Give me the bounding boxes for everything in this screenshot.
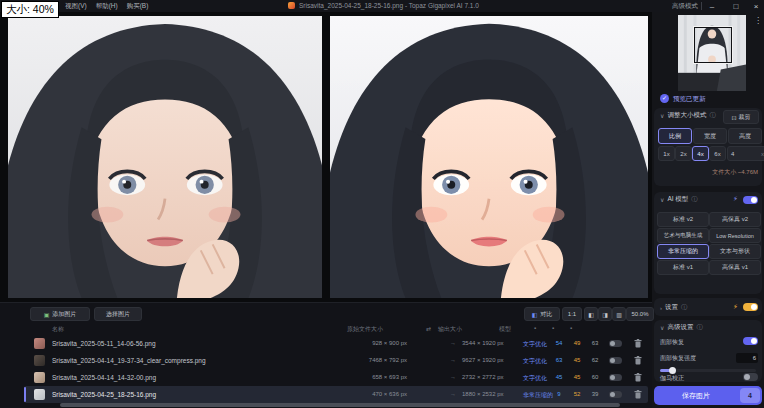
settings-header[interactable]: › 设置 ⓘ	[660, 303, 687, 312]
face-strength-slider[interactable]	[660, 369, 756, 372]
scale-1x-button[interactable]: 1x	[658, 146, 675, 161]
add-images-button[interactable]: ▣ 添加图片	[30, 307, 90, 321]
preview-updated-icon: ✓	[660, 94, 669, 103]
custom-scale-value: 4	[731, 151, 734, 157]
estimated-file-size: 文件大小 ~4.76M	[712, 168, 758, 177]
face-recovery-toggle[interactable]	[743, 337, 758, 345]
denoise-column-icon: ▪	[546, 325, 560, 331]
save-count-badge[interactable]: 4	[740, 388, 760, 403]
col-model: 模型	[499, 325, 511, 334]
advanced-header[interactable]: ∨ 高级设置 ⓘ	[660, 323, 702, 332]
advanced-title: 高级设置	[667, 323, 693, 332]
ai-model-toggle[interactable]	[743, 196, 758, 204]
model-high-fidelity-v2[interactable]: 高保真 v2	[709, 212, 761, 227]
trash-icon[interactable]	[634, 339, 642, 348]
model-text-shapes[interactable]: 文本与形状	[709, 244, 761, 259]
info-icon: ⓘ	[681, 303, 687, 312]
maximize-button[interactable]: □	[728, 0, 744, 12]
file-queue-panel: ▣ 添加图片 选择图片 ◧ 对比 1:1 ◧ ◨ ▥ 50.0% 名称 原始文件…	[0, 302, 652, 408]
save-button-label: 保存图片	[654, 386, 738, 405]
window-title: Srisavita_2025-04-25_18-25-16.png - Topa…	[299, 2, 479, 9]
face-strength-value[interactable]: 6	[736, 353, 758, 363]
side-by-side-view-icon[interactable]: ▥	[612, 307, 626, 321]
slider-thumb[interactable]	[669, 367, 676, 374]
right-sidebar: ⋮ ✓ 预览已更新 ∨ 调整大小模式 ⓘ ⊡ 裁剪 比例 宽度 高度 1x 2x…	[652, 12, 764, 408]
lightning-icon: ⚡	[733, 195, 738, 203]
zoom-percent-button[interactable]: 50.0%	[626, 307, 654, 321]
single-view-icon[interactable]: ◧	[584, 307, 598, 321]
scale-6x-button[interactable]: 6x	[709, 146, 726, 161]
window-title-group: Srisavita_2025-04-25_18-25-16.png - Topa…	[288, 2, 479, 9]
save-images-button[interactable]: 保存图片 4	[654, 386, 762, 405]
compare-icon: ◧	[532, 311, 538, 318]
model-very-compressed[interactable]: 非常压缩的	[657, 244, 709, 259]
trash-icon[interactable]	[634, 390, 642, 399]
arrow-icon: →	[450, 340, 456, 346]
scale-4x-button[interactable]: 4x	[692, 146, 709, 161]
swap-icon: ⇄	[426, 325, 431, 332]
chevron-down-icon: ∨	[660, 112, 664, 119]
titlebar-divider	[701, 2, 702, 10]
model-standard-v1[interactable]: 标准 v1	[657, 260, 709, 275]
file-row[interactable]: Srisavita_2025-04-14_19-37-34_clear_comp…	[24, 352, 648, 369]
trash-icon[interactable]	[634, 356, 642, 365]
close-button[interactable]: ×	[748, 0, 764, 12]
chevron-down-icon: ∨	[660, 196, 664, 203]
crop-button[interactable]: ⊡ 裁剪	[723, 110, 759, 124]
tab-scale[interactable]: 比例	[658, 128, 692, 144]
navigator-viewport-rect[interactable]	[694, 27, 732, 63]
arrow-icon: →	[450, 374, 456, 380]
menu-help[interactable]: 帮助(H)	[96, 2, 118, 11]
model-art-cg[interactable]: 艺术与电脑生成	[657, 228, 709, 243]
select-images-button[interactable]: 选择图片	[94, 307, 142, 321]
minimize-button[interactable]: –	[704, 0, 720, 12]
horizontal-scrollbar[interactable]	[60, 403, 620, 407]
file-row[interactable]: Srisavita_2025-05-11_14-06-56.png 928 × …	[24, 335, 648, 352]
row-toggle[interactable]	[609, 357, 622, 364]
scale-2x-button[interactable]: 2x	[675, 146, 692, 161]
preview-updated-label: 预览已更新	[673, 95, 706, 104]
settings-section: › 设置 ⓘ ⚡	[654, 298, 762, 316]
compare-view-button[interactable]: ◧ 对比	[524, 307, 560, 321]
comparison-canvas	[0, 12, 652, 302]
model-high-fidelity-v1[interactable]: 高保真 v1	[709, 260, 761, 275]
topaz-logo-icon	[288, 2, 295, 9]
face-strength-label: 面部恢复强度	[660, 354, 696, 363]
file-row[interactable]: Srisavita_2025-04-14_14-32-00.png 658 × …	[24, 369, 648, 386]
chevron-right-icon: ›	[660, 305, 662, 311]
ai-model-section: ∨ AI 模型 ⓘ ⚡ 标准 v2 高保真 v2 艺术与电脑生成 Low Res…	[654, 192, 762, 294]
menu-view[interactable]: 视图(V)	[65, 2, 87, 11]
face-recovery-label: 面部恢复	[660, 338, 684, 347]
after-image-pane[interactable]	[330, 16, 648, 298]
settings-toggle[interactable]	[743, 303, 758, 311]
tab-height[interactable]: 高度	[728, 128, 762, 144]
ellipsis-icon[interactable]: ⋮	[754, 16, 762, 25]
gigapixel-window: 文件(F) 编辑(E) 视图(V) 帮助(H) 购买(B) Srisavita_…	[0, 0, 764, 408]
before-image-pane[interactable]	[8, 16, 322, 298]
info-icon: ⓘ	[691, 195, 697, 204]
row-toggle[interactable]	[609, 340, 622, 347]
model-standard-v2[interactable]: 标准 v2	[657, 212, 709, 227]
advanced-section: ∨ 高级设置 ⓘ 面部恢复 面部恢复强度 6 伽马校正	[654, 320, 762, 382]
image-icon: ▣	[44, 311, 50, 318]
row-toggle[interactable]	[609, 374, 622, 381]
gamma-toggle[interactable]	[743, 373, 758, 381]
ai-model-title: AI 模型	[667, 195, 688, 204]
row-toggle[interactable]	[609, 391, 622, 398]
lightning-icon: ⚡	[733, 303, 738, 311]
file-row-selected[interactable]: Srisavita_2025-04-25_18-25-16.png 470 × …	[24, 386, 648, 403]
resize-section-header[interactable]: ∨ 调整大小模式 ⓘ	[660, 111, 715, 120]
custom-scale-input[interactable]: 4 x	[727, 146, 764, 161]
ratio-1-1-button[interactable]: 1:1	[562, 307, 582, 321]
gamma-label: 伽马校正	[660, 374, 684, 383]
split-view-icon[interactable]: ◨	[598, 307, 612, 321]
ai-model-header[interactable]: ∨ AI 模型 ⓘ	[660, 195, 697, 204]
trash-icon[interactable]	[634, 373, 642, 382]
file-thumbnail	[34, 355, 45, 366]
col-name: 名称	[52, 325, 64, 334]
menu-buy[interactable]: 购买(B)	[127, 2, 149, 11]
col-output-size: 输出大小	[438, 325, 462, 334]
tab-width[interactable]: 宽度	[693, 128, 727, 144]
selected-row-indicator	[24, 387, 26, 402]
model-low-resolution[interactable]: Low Resolution	[709, 228, 761, 243]
